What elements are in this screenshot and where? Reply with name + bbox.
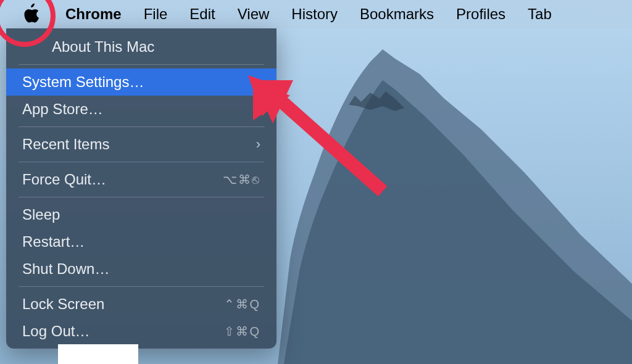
menu-item-force-quit[interactable]: Force Quit… ⌥⌘⎋ [6, 166, 276, 193]
menubar-item-file[interactable]: File [133, 0, 179, 28]
menu-item-label: App Store… [22, 101, 103, 118]
annotation-overlay [58, 344, 138, 364]
menubar-item-edit[interactable]: Edit [178, 0, 226, 28]
menubar-item-bookmarks[interactable]: Bookmarks [349, 0, 445, 28]
menu-item-lock-screen[interactable]: Lock Screen ⌃⌘Q [6, 291, 276, 318]
menubar-item-view[interactable]: View [227, 0, 281, 28]
apple-logo-icon [20, 2, 41, 27]
menu-item-label: Log Out… [22, 323, 89, 340]
menu-item-label: System Settings… [22, 73, 144, 91]
menu-item-label: Lock Screen [22, 296, 104, 313]
menu-separator [19, 286, 264, 287]
menu-separator [19, 126, 264, 127]
keyboard-shortcut: ⌥⌘⎋ [223, 172, 260, 187]
menubar-item-history[interactable]: History [280, 0, 349, 28]
menu-separator [19, 162, 264, 162]
menubar-app-name[interactable]: Chrome [54, 0, 133, 28]
menu-item-restart[interactable]: Restart… [6, 228, 276, 255]
menu-item-app-store[interactable]: App Store… [6, 96, 276, 123]
apple-menu-dropdown: About This Mac System Settings… App Stor… [6, 28, 276, 349]
menu-item-label: Recent Items [22, 136, 109, 153]
menubar-item-tab[interactable]: Tab [517, 0, 563, 28]
menu-item-label: Force Quit… [22, 171, 106, 188]
menu-item-sleep[interactable]: Sleep [6, 201, 276, 228]
chevron-right-icon: › [256, 136, 260, 152]
apple-menu-button[interactable] [19, 2, 43, 27]
menu-item-about-this-mac[interactable]: About This Mac [6, 33, 276, 60]
menubar: Chrome File Edit View History Bookmarks … [0, 0, 632, 28]
menu-item-recent-items[interactable]: Recent Items › [6, 131, 276, 158]
menu-item-label: About This Mac [22, 38, 154, 56]
menu-item-shut-down[interactable]: Shut Down… [6, 255, 276, 283]
menubar-item-profiles[interactable]: Profiles [445, 0, 517, 28]
menu-separator [19, 197, 264, 197]
keyboard-shortcut: ⌃⌘Q [224, 297, 260, 312]
menu-separator [19, 64, 264, 65]
menu-item-label: Shut Down… [22, 260, 109, 278]
menu-item-log-out[interactable]: Log Out… ⇧⌘Q [6, 318, 276, 345]
menu-item-label: Sleep [22, 206, 60, 223]
menu-item-system-settings[interactable]: System Settings… [6, 68, 276, 96]
menu-item-label: Restart… [22, 233, 85, 250]
keyboard-shortcut: ⇧⌘Q [224, 324, 260, 339]
